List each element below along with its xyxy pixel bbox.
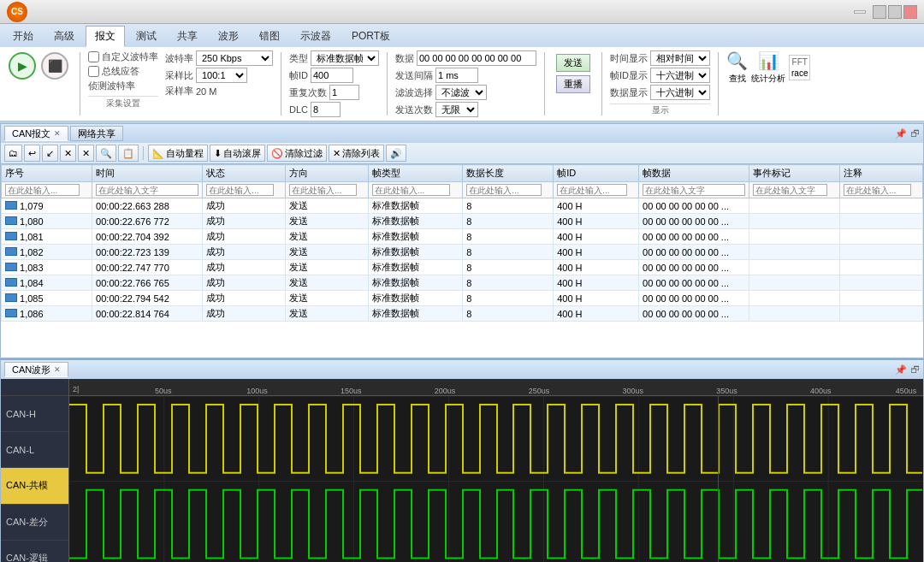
cell-fid: 400 H [554,260,639,275]
channel-common[interactable]: CAN-共模 [1,468,68,504]
filter-seq[interactable] [5,184,80,196]
clear-filter-icon: 🚫 [271,148,283,159]
auto-scale-btn[interactable]: 📐 自动量程 [148,145,208,162]
filter-type[interactable] [372,184,450,196]
filter-time[interactable] [96,184,198,196]
tab-share[interactable]: 共享 [168,26,207,47]
channel-logic[interactable]: CAN-逻辑 [1,541,68,562]
cell-fid: 400 H [554,214,639,229]
table-row[interactable]: 1,079 00:00:22.663 288 成功 发送 标准数据帧 8 400… [2,198,923,214]
clear-list-btn[interactable]: ✕ 清除列表 [329,145,384,162]
sample-rate-value: 20 M [196,86,216,97]
filter-dir[interactable] [289,184,357,196]
filter-label: 滤波选择 [395,86,433,99]
tab-waveform[interactable]: 波形 [209,26,248,47]
col-fid: 帧ID [554,165,639,182]
tab-start[interactable]: 开始 [3,26,43,47]
tab-message[interactable]: 报文 [86,26,125,47]
filter-event[interactable] [753,184,827,196]
cell-dir: 发送 [286,306,369,322]
repeat-button[interactable]: 重播 [556,75,590,93]
tab-network-share[interactable]: 网络共享 [70,126,123,141]
copy-btn[interactable]: 📋 [118,145,139,162]
bottom-pin-icon[interactable]: 📌 [895,364,907,376]
filter-fdata[interactable] [643,184,745,196]
auto-scroll-btn[interactable]: ⬇ 自动滚屏 [210,145,265,162]
float-icon[interactable]: 🗗 [910,128,920,139]
auto-baud-check[interactable] [88,51,99,62]
close-btn[interactable]: ✕ [78,145,94,162]
total-response-label: 总线应答 [102,65,139,78]
waveform-canvas[interactable] [69,396,923,562]
undo-btn[interactable]: ↩ [24,145,40,162]
tab-error[interactable]: 错图 [250,26,289,47]
filter-note[interactable] [844,184,911,196]
delete-btn[interactable]: ✕ [60,145,76,162]
interval-input[interactable] [435,68,478,83]
bottom-panel: CAN波形 ✕ 📌 🗗 CAN-H CAN-L CAN-共模 CAN-差分 CA… [0,358,924,562]
tab-oscilloscope[interactable]: 示波器 [291,26,341,47]
table-row[interactable]: 1,085 00:00:22.794 542 成功 发送 标准数据帧 8 400… [2,291,923,306]
frame-type-select[interactable]: 标准数据帧 [311,50,379,66]
close-button[interactable] [903,5,917,19]
table-row[interactable]: 1,082 00:00:22.723 139 成功 发送 标准数据帧 8 400… [2,245,923,260]
data-display-select[interactable]: 十六进制 [650,85,710,100]
baud-select[interactable]: 250 Kbps [196,50,273,66]
race-label[interactable]: race [791,68,808,78]
can-message-tab-close[interactable]: ✕ [54,129,61,138]
stop-button[interactable]: ⬛ [41,52,68,80]
sep5 [601,52,602,115]
table-row[interactable]: 1,083 00:00:22.747 770 成功 发送 标准数据帧 8 400… [2,260,923,275]
import-btn[interactable]: ↙ [42,145,58,162]
repeat-input[interactable] [329,85,359,100]
bottom-float-icon[interactable]: 🗗 [910,364,920,375]
filter-len[interactable] [466,184,541,196]
tab-test[interactable]: 测试 [127,26,166,47]
cell-note [839,245,922,260]
filter-fid[interactable] [557,184,627,196]
channel-canh[interactable]: CAN-H [1,396,68,432]
channel-labels: CAN-H CAN-L CAN-共模 CAN-差分 CAN-逻辑 CAN-分析 [1,379,69,562]
folder-btn[interactable]: 🗂 [4,145,22,162]
filter-select[interactable]: 不滤波 [435,85,487,100]
search-label[interactable]: 查找 [729,73,746,85]
table-row[interactable]: 1,080 00:00:22.676 772 成功 发送 标准数据帧 8 400… [2,214,923,229]
sample-ratio-select[interactable]: 100:1 [196,68,247,83]
send-button[interactable]: 发送 [556,54,590,72]
play-button[interactable]: ▶ [9,52,36,80]
dlc-input[interactable] [311,102,341,117]
stats-label[interactable]: 统计分析 [751,73,785,85]
data-input[interactable] [417,50,536,66]
data-group: 数据 发送间隔 滤波选择 不滤波 发送次数 无限 [395,50,536,117]
table-row[interactable]: 1,084 00:00:22.766 765 成功 发送 标准数据帧 8 400… [2,275,923,291]
send-count-select[interactable]: 无限 [435,102,478,117]
tab-advanced[interactable]: 高级 [44,26,84,47]
can-waveform-tab-close[interactable]: ✕ [54,365,61,374]
lang-button[interactable] [854,10,866,14]
sound-btn[interactable]: 🔊 [386,145,406,162]
clear-filter-btn[interactable]: 🚫 清除过滤 [267,145,327,162]
tab-port[interactable]: PORT板 [342,26,400,47]
frame-id-input[interactable] [311,68,353,83]
channel-canl[interactable]: CAN-L [1,432,68,468]
search-icon: 🔍 [726,50,748,71]
stats-icon: 📊 [758,50,779,71]
id-display-select[interactable]: 十六进制 [650,68,710,83]
time-cursor[interactable] [718,396,719,562]
table-row[interactable]: 1,086 00:00:22.814 764 成功 发送 标准数据帧 8 400… [2,306,923,322]
zoom-btn[interactable]: 🔍 [96,145,116,162]
col-len: 数据长度 [463,165,554,182]
tab-can-waveform[interactable]: CAN波形 ✕ [4,362,68,377]
clear-list-label: 清除列表 [342,147,380,160]
tab-can-message[interactable]: CAN报文 ✕ [4,126,68,141]
cell-status: 成功 [203,229,286,245]
minimize-button[interactable] [873,5,886,19]
maximize-button[interactable] [888,5,902,19]
pin-icon[interactable]: 📌 [895,128,907,139]
delete-icon: ✕ [64,148,72,159]
channel-diff[interactable]: CAN-差分 [1,505,68,541]
time-display-select[interactable]: 相对时间 [650,50,710,66]
table-row[interactable]: 1,081 00:00:22.704 392 成功 发送 标准数据帧 8 400… [2,229,923,245]
filter-status[interactable] [206,184,274,196]
total-response-check[interactable] [88,66,99,77]
